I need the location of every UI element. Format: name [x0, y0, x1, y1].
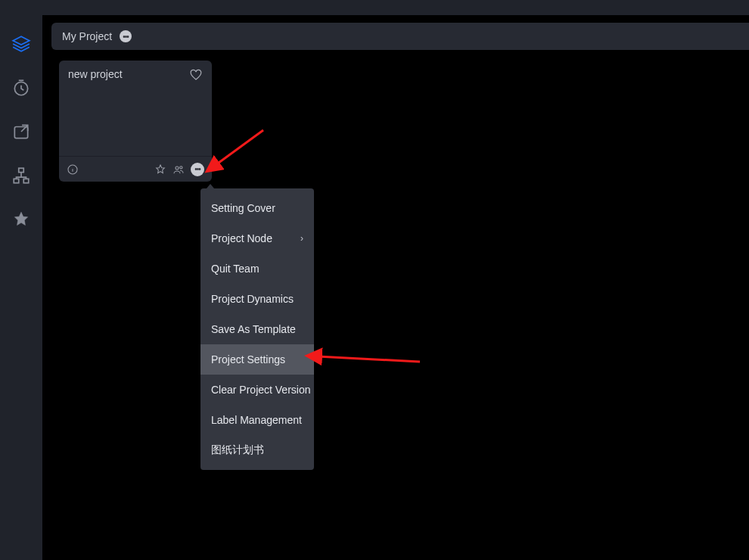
menu-item-drawing-plan[interactable]: 图纸计划书	[200, 435, 314, 465]
menu-item-label: Setting Cover	[211, 202, 275, 214]
svg-point-6	[176, 166, 179, 170]
topbar	[0, 0, 749, 15]
menu-item-label: Project Dynamics	[211, 293, 294, 305]
menu-item-save-as-template[interactable]: Save As Template	[200, 314, 314, 344]
menu-item-project-dynamics[interactable]: Project Dynamics	[200, 284, 314, 314]
nav-star-icon[interactable]	[11, 209, 32, 230]
menu-item-label: Label Management	[211, 414, 302, 426]
svg-rect-4	[23, 179, 29, 182]
nav-rail	[0, 15, 42, 560]
menu-item-setting-cover[interactable]: Setting Cover	[200, 193, 314, 223]
project-card-title: new project	[68, 68, 123, 80]
heart-icon[interactable]	[189, 68, 203, 82]
info-icon[interactable]	[67, 163, 79, 176]
chevron-right-icon: ›	[300, 233, 303, 244]
star-outline-icon[interactable]	[154, 163, 166, 176]
menu-item-project-node[interactable]: Project Node ›	[200, 223, 314, 254]
nav-clock-icon[interactable]	[11, 77, 32, 98]
menu-item-label: Quit Team	[211, 263, 260, 275]
project-card-body: new project	[59, 61, 212, 156]
nav-share-icon[interactable]	[11, 121, 32, 142]
nav-layers-icon[interactable]	[11, 33, 32, 54]
menu-item-label: Clear Project Version	[211, 384, 311, 396]
header-more-icon[interactable]: •••	[120, 30, 132, 42]
menu-item-project-settings[interactable]: Project Settings	[200, 344, 314, 375]
nav-network-icon[interactable]	[11, 165, 32, 186]
main: My Project ••• new project	[42, 15, 749, 560]
menu-item-quit-team[interactable]: Quit Team	[200, 254, 314, 284]
users-icon[interactable]	[172, 163, 185, 176]
menu-item-label: Save As Template	[211, 323, 296, 335]
menu-item-label: Project Node	[211, 232, 272, 244]
svg-point-7	[180, 166, 182, 168]
menu-item-clear-project-version[interactable]: Clear Project Version	[200, 375, 314, 405]
header: My Project •••	[51, 23, 749, 50]
context-menu: Setting Cover Project Node › Quit Team P…	[200, 188, 314, 470]
menu-item-label: Project Settings	[211, 353, 285, 366]
header-title: My Project	[62, 30, 112, 42]
svg-rect-3	[14, 179, 19, 182]
menu-item-label-management[interactable]: Label Management	[200, 405, 314, 435]
project-card[interactable]: new project	[59, 61, 212, 182]
menu-item-label: 图纸计划书	[211, 443, 264, 457]
svg-rect-2	[19, 168, 24, 172]
project-card-footer: •••	[59, 156, 212, 182]
card-more-button[interactable]: •••	[191, 163, 204, 176]
svg-rect-1	[14, 127, 27, 138]
